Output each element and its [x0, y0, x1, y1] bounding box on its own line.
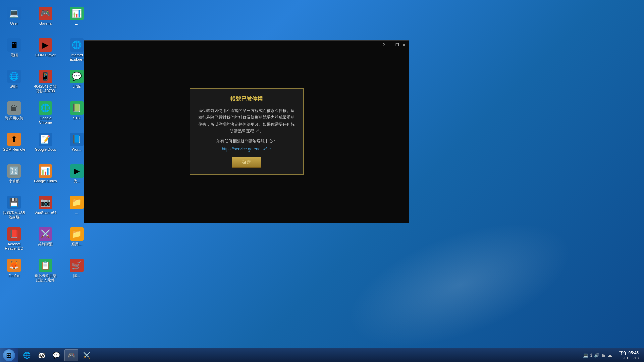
confirm-button[interactable]: 確定 [232, 157, 261, 168]
taskbar-item-panda[interactable]: 🐼 [35, 349, 48, 361]
dialog-box: 帳號已被停權 這個帳號因使用不適當的第三方程式而被永久停權。這種行為除已嚴對我們… [190, 88, 304, 175]
dialog-body: 這個帳號因使用不適當的第三方程式而被永久停權。這種行為除已嚴對我們的社群及壟斷的… [197, 107, 297, 135]
start-button[interactable]: ⊞ [0, 348, 18, 362]
panda-taskbar-icon: 🐼 [38, 351, 46, 359]
icon-user[interactable]: 💻 User [1, 4, 28, 34]
taskbar-item-garena[interactable]: 🎮 [64, 349, 78, 361]
chrome-taskbar-icon: 🌐 [23, 351, 31, 359]
close-button[interactable]: ✕ [401, 42, 407, 48]
icon-excel-file[interactable]: 📊 ... [63, 4, 90, 34]
minimize-button[interactable]: ─ [387, 42, 393, 48]
dialog-overlay: 帳號已被停權 這個帳號因使用不適當的第三方程式而被永久停權。這種行為除已嚴對我們… [84, 41, 409, 223]
icon-network[interactable]: 🌐 網路 [1, 67, 28, 97]
icon-buyk07c[interactable]: ⬆ GOM Remote [1, 130, 28, 160]
tray-icon-cloud[interactable]: ☁ [608, 353, 612, 358]
icon-unknown2[interactable]: 📁 應用... [63, 225, 90, 255]
icon-garena[interactable]: 🎮 Garena [32, 4, 59, 34]
lol-taskbar-icon: ⚔️ [83, 351, 91, 359]
icon-firefox[interactable]: 🦊 Firefox [1, 256, 28, 286]
icon-google-docs[interactable]: 📝 Google Docs [32, 130, 59, 160]
icon-mshop[interactable]: 🛒 購... [63, 256, 90, 286]
help-button[interactable]: ? [381, 42, 387, 48]
icon-vuescan[interactable]: 📷 VueScan x64 [32, 193, 59, 223]
icon-google-slides[interactable]: 📊 Google Slides [32, 162, 59, 192]
line-taskbar-icon: 💬 [52, 351, 60, 359]
taskbar-item-chrome[interactable]: 🌐 [20, 349, 34, 361]
system-tray: 💻 ℹ 🔊 🖥 ☁ 下午 05:45 2019/3/18 [578, 348, 644, 362]
tray-icon-network[interactable]: 💻 [583, 353, 588, 358]
icon-ntpc[interactable]: 📋 新北卡會員憑證盜入元件 [32, 256, 59, 286]
start-orb-icon: ⊞ [3, 349, 15, 361]
taskbar-item-line[interactable]: 💬 [50, 349, 63, 361]
garena-taskbar-icon: 🎮 [67, 351, 75, 359]
icon-heroes[interactable]: ⚔️ 英雄聯盟 [32, 225, 59, 255]
dialog-link[interactable]: https://service.garena.tw/ ↗ [197, 147, 297, 152]
tray-icon-volume[interactable]: 🔊 [594, 353, 599, 358]
clock-date: 2019/3/18 [622, 356, 639, 360]
desktop-icons-container: 💻 User 🖥 電腦 🌐 網路 🗑 資源回收筒 ⬆ GOM Remote 🔢 … [0, 3, 94, 305]
tray-icon-monitor[interactable]: 🖥 [601, 353, 606, 358]
app-window: ? ─ ❐ ✕ 帳號已被停權 這個帳號因使用不適當的第三方程式而被永久停權。這種… [84, 40, 409, 223]
tray-icons: 💻 ℹ 🔊 🖥 ☁ [580, 353, 615, 358]
icon-acrobat[interactable]: 📕 Acrobat Reader DC [1, 225, 28, 255]
window-titlebar: ? ─ ❐ ✕ [379, 41, 409, 49]
taskbar-items: 🌐 🐼 💬 🎮 ⚔️ [18, 348, 578, 362]
icon-gom-player[interactable]: ▶ GOM Player [32, 36, 59, 66]
desktop: 💻 User 🖥 電腦 🌐 網路 🗑 資源回收筒 ⬆ GOM Remote 🔢 … [0, 0, 644, 362]
icon-explorer[interactable]: 🖥 電腦 [1, 36, 28, 66]
dialog-title: 帳號已被停權 [197, 96, 297, 103]
icon-recycle[interactable]: 🗑 資源回收筒 [1, 99, 28, 129]
tray-icon-info[interactable]: ℹ [590, 353, 592, 358]
icon-calculator[interactable]: 🔢 小算盤 [1, 162, 28, 192]
clock-time: 下午 05:45 [619, 350, 639, 356]
icon-chrome[interactable]: 🌐 Google Chrome [32, 99, 59, 129]
restore-button[interactable]: ❐ [394, 42, 400, 48]
icon-acdsee[interactable]: 💾 快速移亦USB 隨身碟 [1, 193, 28, 223]
taskbar: ⊞ 🌐 🐼 💬 🎮 ⚔️ 💻 ℹ 🔊 🖥 [0, 348, 644, 362]
taskbar-item-lol[interactable]: ⚔️ [80, 349, 93, 361]
icon-gom-remote[interactable]: 📱 4042541 金貸 貸款-10708 [32, 67, 59, 97]
clock-area[interactable]: 下午 05:45 2019/3/18 [616, 350, 641, 360]
dialog-contact-label: 如有任何相關疑問請洽客服中心： [197, 138, 297, 144]
